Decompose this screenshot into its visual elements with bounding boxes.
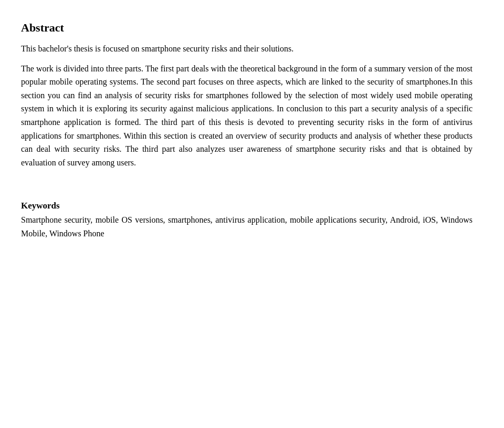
abstract-paragraph-1: This bachelor's thesis is focused on sma… bbox=[21, 42, 472, 56]
page: Abstract This bachelor's thesis is focus… bbox=[0, 0, 504, 262]
keywords-body: Smartphone security, mobile OS versions,… bbox=[21, 213, 472, 240]
abstract-title: Abstract bbox=[21, 21, 472, 35]
abstract-body: This bachelor's thesis is focused on sma… bbox=[21, 42, 472, 169]
keywords-section: Keywords Smartphone security, mobile OS … bbox=[21, 201, 472, 240]
keywords-title: Keywords bbox=[21, 201, 472, 211]
abstract-paragraph-2: The work is divided into three parts. Th… bbox=[21, 62, 472, 170]
